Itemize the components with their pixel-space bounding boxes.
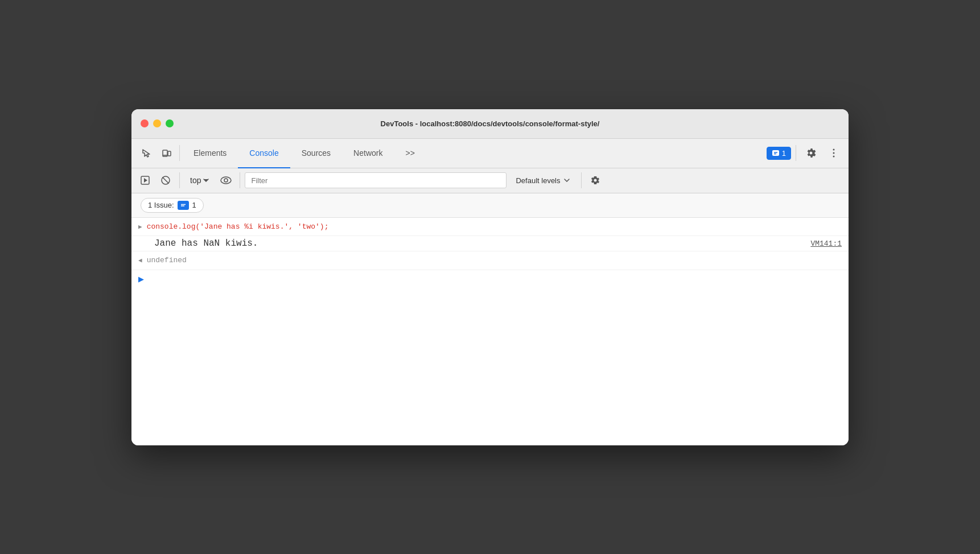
- traffic-lights: [141, 119, 174, 127]
- minimize-button[interactable]: [153, 119, 161, 127]
- console-undefined-entry: ◀ undefined: [131, 251, 849, 270]
- svg-line-12: [163, 177, 169, 184]
- console-log-entry: ▶ console.log('Jane has %i kiwis.', 'two…: [131, 218, 849, 237]
- window-title: DevTools - localhost:8080/docs/devtools/…: [381, 119, 600, 128]
- console-output-text: Jane has NaN kiwis.: [154, 238, 258, 249]
- tab-network[interactable]: Network: [342, 139, 394, 168]
- svg-point-14: [224, 179, 228, 182]
- issues-badge-button[interactable]: 1: [767, 147, 791, 160]
- console-output: ▶ console.log('Jane has %i kiwis.', 'two…: [131, 218, 849, 445]
- live-expression-button[interactable]: [217, 171, 235, 189]
- svg-point-13: [221, 177, 231, 184]
- toolbar-right: 1: [767, 143, 844, 163]
- console-toolbar-divider2: [240, 172, 240, 188]
- maximize-button[interactable]: [166, 119, 174, 127]
- svg-point-6: [833, 149, 835, 151]
- svg-rect-1: [168, 151, 171, 156]
- close-button[interactable]: [141, 119, 149, 127]
- tab-elements[interactable]: Elements: [182, 139, 238, 168]
- clear-console-button[interactable]: [157, 171, 175, 189]
- tab-more[interactable]: >>: [394, 139, 426, 168]
- svg-rect-15: [179, 202, 187, 208]
- console-toolbar-divider3: [581, 172, 582, 188]
- svg-point-8: [833, 156, 835, 158]
- tab-sources[interactable]: Sources: [290, 139, 342, 168]
- console-toolbar: top Default levels: [131, 168, 849, 193]
- vm-source-link[interactable]: VM141:1: [810, 239, 842, 248]
- svg-point-7: [833, 152, 835, 154]
- context-selector[interactable]: top: [184, 173, 215, 187]
- issues-bar: 1 Issue: 1: [131, 193, 849, 218]
- log-levels-button[interactable]: Default levels: [509, 174, 576, 187]
- issues-count: 1: [782, 149, 786, 158]
- toolbar-divider-2: [796, 145, 796, 161]
- devtools-window: DevTools - localhost:8080/docs/devtools/…: [131, 109, 849, 445]
- console-log-code: console.log('Jane has %i kiwis.', 'two')…: [147, 221, 329, 233]
- filter-input[interactable]: [245, 172, 507, 188]
- more-options-button[interactable]: [823, 143, 844, 163]
- console-prompt[interactable]: ▶: [131, 270, 849, 288]
- tab-console[interactable]: Console: [238, 139, 290, 168]
- inspect-element-button[interactable]: [136, 143, 157, 163]
- settings-button[interactable]: [801, 143, 821, 163]
- svg-marker-10: [144, 178, 147, 183]
- console-output-entry: Jane has NaN kiwis. VM141:1: [131, 236, 849, 251]
- toolbar-divider-1: [179, 145, 180, 161]
- title-bar: DevTools - localhost:8080/docs/devtools/…: [131, 109, 849, 139]
- device-toolbar-button[interactable]: [157, 143, 177, 163]
- svg-rect-3: [772, 150, 779, 156]
- console-settings-button[interactable]: [586, 171, 604, 189]
- issues-pill[interactable]: 1 Issue: 1: [141, 198, 204, 213]
- main-toolbar: Elements Console Sources Network >>: [131, 139, 849, 168]
- issue-icon: [178, 201, 189, 210]
- expand-icon[interactable]: ▶: [138, 222, 142, 232]
- return-icon: ◀: [138, 256, 142, 266]
- console-toolbar-divider: [179, 172, 180, 188]
- undefined-text: undefined: [147, 255, 187, 266]
- run-script-button[interactable]: [136, 171, 154, 189]
- prompt-icon: ▶: [138, 275, 144, 283]
